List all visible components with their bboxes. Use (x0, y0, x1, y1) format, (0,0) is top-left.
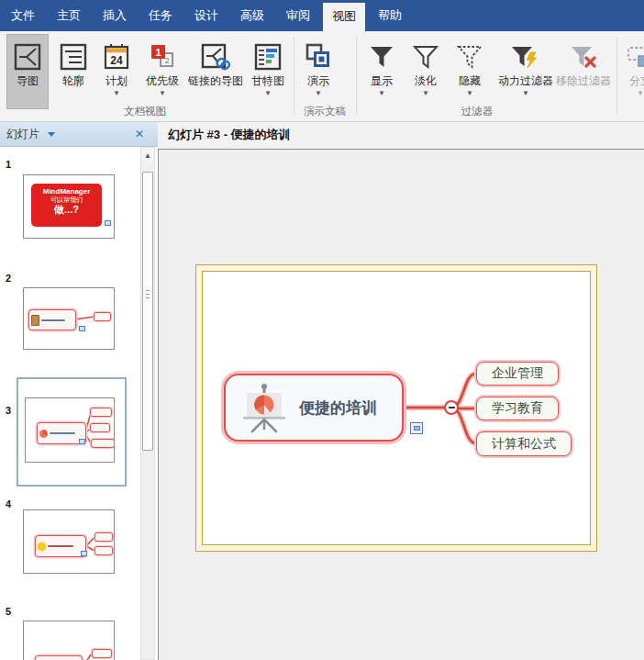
lightbulb-icon (38, 543, 46, 551)
slide-thumbnail-5[interactable] (23, 621, 115, 660)
central-topic-label: 便捷的培训 (299, 397, 377, 419)
menu-tab-advanced[interactable]: 高级 (231, 0, 273, 31)
subtopic-enterprise-management[interactable]: 企业管理 (476, 362, 559, 386)
slide-marker-icon (81, 551, 87, 556)
ribbon-button-presentation[interactable]: 演示 ▾ (299, 35, 338, 108)
ribbon-button-label: 隐藏 (450, 75, 490, 87)
thumb-text-line (41, 319, 65, 321)
slide-marker-icon[interactable] (410, 422, 423, 434)
canvas-pane: 幻灯片 #3 - 便捷的培训 (158, 122, 644, 660)
ribbon-button-linked-maps[interactable]: 链接的导图 (185, 35, 246, 108)
ribbon-button-label: 甘特图 (246, 75, 290, 87)
remove-filter-icon (550, 35, 616, 72)
chevron-down-icon: ▾ (492, 89, 560, 97)
thumb-subtopic (92, 649, 112, 658)
ribbon-button-filter-fade[interactable]: 淡化 ▾ (405, 35, 446, 108)
panel-dropdown-icon[interactable] (48, 132, 55, 137)
ribbon-button-filter-hide[interactable]: 隐藏 ▾ (450, 35, 490, 108)
collapse-branch-button[interactable] (444, 400, 459, 415)
priority-view-icon: 2 1 (139, 35, 185, 72)
slide-thumbnail-3[interactable] (25, 397, 115, 463)
pie-chart-icon (39, 430, 48, 438)
ribbon-button-gantt-chart[interactable]: 甘特图 ▾ (246, 35, 290, 108)
map-canvas[interactable]: 便捷的培训 企业管理 学习教育 计算和公式 (158, 149, 644, 660)
slide1-title-card: MindManager 可以帮我们 做...? (31, 184, 102, 227)
slides-panel-scrollbar[interactable]: ▲ (140, 147, 155, 660)
slide-number: 1 (6, 159, 11, 170)
presentation-icon (299, 35, 338, 72)
chevron-down-icon: ▾ (139, 89, 185, 97)
ribbon: 导图 轮廓 24 (0, 31, 644, 122)
slide-thumbnail-1[interactable]: MindManager 可以帮我们 做...? (23, 174, 115, 239)
ribbon-button-outline-view[interactable]: 轮廓 (53, 35, 94, 108)
menu-tab-view[interactable]: 视图 (323, 3, 365, 31)
slide-marker-icon (105, 220, 111, 226)
ribbon-group-label-filters: 过滤器 (358, 105, 596, 118)
subtopic-learning-education[interactable]: 学习教育 (476, 397, 559, 420)
panel-close-icon[interactable]: ✕ (135, 128, 144, 140)
ribbon-group-label-presentation: 演示文稿 (295, 105, 354, 118)
thumb-text-line (50, 432, 75, 434)
scroll-up-icon[interactable]: ▲ (141, 148, 154, 162)
slide-number: 5 (6, 606, 11, 617)
thumb-subtopic (94, 532, 113, 542)
thumb-central-topic (35, 655, 83, 660)
mindmanager-window: 文件 主页 插入 任务 设计 高级 审阅 视图 帮助 导图 (0, 0, 644, 660)
chevron-down-icon: ▾ (361, 89, 402, 97)
filter-show-icon (361, 35, 402, 72)
thumb-central-topic (28, 309, 76, 330)
ribbon-button-priority-view[interactable]: 2 1 优先级 ▾ (139, 35, 185, 108)
chevron-down-icon: ▾ (246, 89, 290, 97)
subtopic-calculation-formulas[interactable]: 计算和公式 (476, 431, 572, 456)
slide-thumbnail-4[interactable] (23, 509, 115, 574)
slide-marker-icon (79, 439, 85, 444)
menu-tab-review[interactable]: 审阅 (277, 0, 319, 31)
slides-panel-header: 幻灯片 ✕ (0, 122, 158, 147)
filter-hide-icon (450, 35, 490, 72)
ribbon-button-power-filter[interactable]: 动力过滤器 ▾ (492, 35, 560, 108)
ribbon-button-branch: 分支 ▾ (620, 35, 644, 108)
menu-tab-design[interactable]: 设计 (185, 0, 228, 31)
clipboard-icon (31, 315, 39, 326)
ribbon-group-separator (294, 37, 294, 114)
scrollbar-thumb[interactable] (142, 172, 153, 451)
slides-panel: 幻灯片 ✕ 1 MindManager 可以帮我们 做...? 2 (0, 122, 158, 660)
menu-tab-insert[interactable]: 插入 (94, 0, 136, 31)
chevron-down-icon: ▾ (95, 89, 138, 97)
chevron-down-icon: ▾ (299, 89, 338, 97)
canvas-slide-title: 幻灯片 #3 - 便捷的培训 (168, 127, 291, 143)
slide-marker-icon (79, 326, 85, 331)
ribbon-button-label: 显示 (361, 75, 402, 87)
menu-tab-file[interactable]: 文件 (2, 0, 44, 31)
slide1-card-line: 做...? (31, 204, 102, 216)
ribbon-button-label: 轮廓 (53, 75, 94, 87)
slide-number: 3 (6, 405, 11, 416)
ribbon-button-schedule-view[interactable]: 24 计划 ▾ (95, 35, 138, 108)
menu-tab-task[interactable]: 任务 (139, 0, 182, 31)
menu-tab-home[interactable]: 主页 (48, 0, 90, 31)
menu-tab-help[interactable]: 帮助 (369, 0, 411, 31)
schedule-icon-number: 24 (110, 54, 123, 67)
thumb-subtopic (90, 423, 110, 432)
slide-number: 4 (6, 498, 11, 509)
central-topic[interactable]: 便捷的培训 (224, 374, 404, 442)
priority-icon-number-2: 2 (164, 56, 169, 65)
ribbon-button-label: 链接的导图 (185, 75, 246, 87)
ribbon-button-label: 优先级 (139, 75, 185, 87)
schedule-view-icon: 24 (95, 35, 138, 72)
minus-icon (449, 407, 455, 408)
map-view-icon (7, 35, 48, 72)
thumb-central-topic (35, 535, 86, 557)
ribbon-button-filter-show[interactable]: 显示 ▾ (361, 35, 402, 108)
ribbon-button-label: 导图 (7, 75, 48, 87)
ribbon-button-map-view[interactable]: 导图 (7, 35, 48, 108)
scrollbar-grip-icon (146, 290, 150, 298)
slide-number: 2 (6, 273, 11, 284)
slide-marker-inner (414, 426, 420, 431)
thumb-subtopic (91, 439, 115, 448)
ribbon-group-separator (356, 37, 357, 114)
chevron-down-icon: ▾ (405, 89, 446, 97)
power-filter-icon (492, 35, 560, 72)
slide-thumbnail-2[interactable] (23, 287, 115, 350)
branch-icon (620, 35, 644, 72)
